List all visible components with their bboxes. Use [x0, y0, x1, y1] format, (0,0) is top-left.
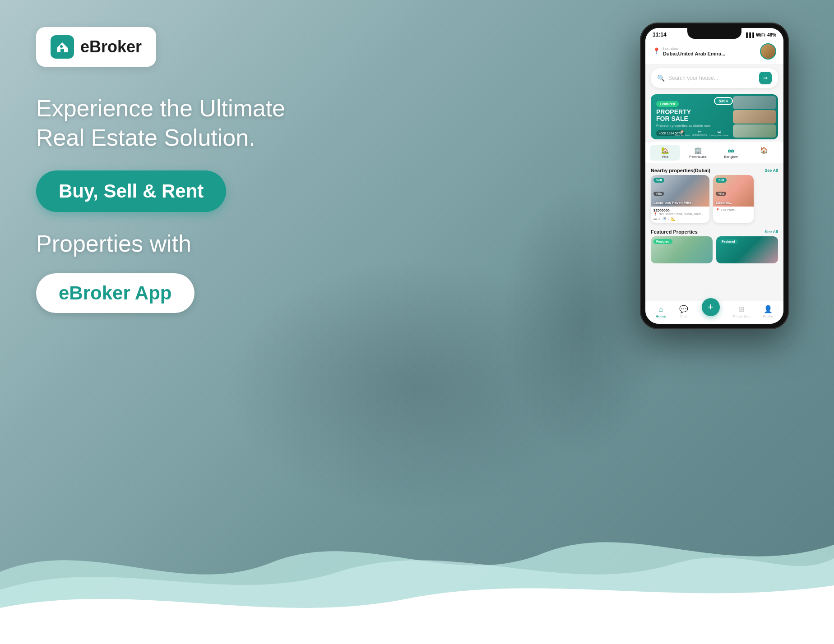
category-more[interactable]: 🏠	[749, 145, 779, 161]
left-content-area: eBroker Experience the Ultimate Real Est…	[36, 27, 316, 313]
add-icon: +	[708, 301, 714, 313]
banner-img-1	[733, 96, 776, 109]
bath-icon-1: 🚿 2	[662, 217, 670, 221]
featured-cards-list: Featured Featured	[645, 236, 783, 263]
home-nav-icon: ⌂	[658, 305, 663, 313]
banner-featured-badge: Featured	[656, 101, 679, 107]
sell-badge-1: Sell	[653, 178, 664, 183]
signal-icon: ▐▐▐	[745, 32, 754, 37]
prop-type-1: Villa	[653, 192, 664, 196]
banglow-label: Banglow	[724, 155, 738, 159]
property-cards-list: Sell Villa Luxurious Haven Villa $250000…	[645, 175, 783, 226]
nav-home[interactable]: ⌂ Home	[656, 305, 666, 318]
phone-frame: 11:14 ▐▐▐ WiFi 46% 📍 Location Dubai,Unit…	[640, 23, 789, 329]
location-value: Dubai,United Arab Emira...	[663, 51, 725, 56]
featured-card-1[interactable]: Featured	[651, 236, 713, 263]
app-scrollable-content: Featured $35K PROPERTY FOR SALE Premium …	[645, 92, 783, 324]
svg-point-1	[60, 45, 63, 48]
phone-screen: 11:14 ▐▐▐ WiFi 46% 📍 Location Dubai,Unit…	[645, 28, 783, 324]
prop-address-2: 📍 123 Palm...	[716, 208, 751, 212]
nav-properties[interactable]: ⊞ Properties	[733, 305, 749, 318]
ebroker-app-button[interactable]: eBroker App	[36, 273, 195, 313]
buy-sell-rent-button[interactable]: Buy, Sell & Rent	[36, 170, 226, 212]
filter-icon: ⇒	[763, 75, 768, 81]
prop-address-1: 📍 789 Beach Road, Dubai, Unite...	[653, 212, 707, 216]
property-card-2-image: Sell Villa Luxurio...	[713, 175, 754, 207]
banner-img-3	[733, 124, 776, 138]
prop-name-1: Luxurious Haven Villa	[653, 201, 707, 205]
nav-add-button[interactable]: +	[702, 298, 720, 316]
profile-nav-label: Profile	[763, 314, 773, 318]
prop-name-2: Luxurio...	[716, 201, 751, 205]
prop-type-2: Villa	[716, 192, 726, 196]
category-villa[interactable]: 🏡 Villa	[650, 145, 680, 161]
battery-icon: 46%	[767, 32, 776, 37]
prop-amenities-1: 🛏 3 🚿 2 📐	[653, 217, 707, 221]
logo-container: eBroker	[36, 27, 156, 67]
profile-nav-icon: 👤	[764, 305, 773, 313]
location-label: Location	[663, 46, 725, 51]
prop-price-1: $2500000	[653, 208, 670, 212]
property-card-1[interactable]: Sell Villa Luxurious Haven Villa $250000…	[651, 175, 709, 223]
banner-price-badge: $35K	[714, 97, 733, 105]
featured-section-header: Featured Properties See All	[645, 226, 783, 236]
property-card-2[interactable]: Sell Villa Luxurio... 📍 123 Palm...	[713, 175, 754, 223]
location-block: 📍 Location Dubai,United Arab Emira...	[653, 46, 725, 56]
properties-nav-label: Properties	[733, 314, 749, 318]
status-time: 11:14	[653, 32, 667, 38]
home-nav-label: Home	[656, 314, 666, 318]
property-card-1-body: $2500000 📍 789 Beach Road, Dubai, Unite.…	[651, 207, 709, 223]
bottom-navigation: ⌂ Home 💬 Chat + ⊞ Properties 👤 Profile	[645, 301, 783, 324]
logo-text: eBroker	[80, 37, 142, 56]
property-card-2-body: 📍 123 Palm...	[713, 207, 754, 214]
banner-feature-2: 🛏 3 Bedrooms	[692, 130, 707, 137]
villa-icon: 🏡	[661, 147, 669, 154]
chat-nav-icon: 💬	[679, 305, 688, 313]
banner-features: 🏠 Free kitchen 🛏 3 Bedrooms 🛁 Luxury fur…	[675, 130, 728, 137]
featured-see-all[interactable]: See All	[764, 230, 778, 234]
nav-chat[interactable]: 💬 Chat	[679, 305, 688, 318]
banner-images	[733, 94, 778, 139]
chat-nav-label: Chat	[680, 314, 687, 318]
phone-mockup-container: 11:14 ▐▐▐ WiFi 46% 📍 Location Dubai,Unit…	[640, 23, 789, 329]
wave-decoration	[0, 518, 834, 644]
location-pin-icon: 📍	[653, 47, 660, 55]
search-left: 🔍 Search your house...	[657, 74, 718, 82]
category-tabs: 🏡 Villa 🏢 Penthouse 🏘 Banglow 🏠	[645, 142, 783, 163]
featured-badge-1: Featured	[653, 239, 672, 244]
featured-badge-2: Featured	[719, 239, 738, 244]
banglow-icon: 🏘	[728, 147, 734, 154]
wifi-icon: WiFi	[756, 32, 765, 37]
properties-nav-icon: ⊞	[738, 305, 744, 313]
hero-tagline: Experience the Ultimate Real Estate Solu…	[36, 94, 316, 152]
penthouse-label: Penthouse	[689, 155, 706, 159]
phone-notch	[687, 28, 741, 39]
featured-card-2[interactable]: Featured	[716, 236, 778, 263]
sell-badge-2: Sell	[716, 178, 727, 183]
search-bar[interactable]: 🔍 Search your house... ⇒	[651, 68, 778, 88]
penthouse-icon: 🏢	[694, 147, 702, 154]
search-placeholder-text: Search your house...	[668, 75, 718, 81]
area-icon-1: 📐	[671, 217, 676, 221]
more-category-icon: 🏠	[760, 147, 768, 154]
featured-section-title: Featured Properties	[651, 229, 698, 235]
app-header: 📍 Location Dubai,United Arab Emira...	[645, 40, 783, 64]
user-avatar[interactable]	[760, 43, 776, 60]
nav-profile[interactable]: 👤 Profile	[763, 305, 773, 318]
filter-button[interactable]: ⇒	[759, 72, 772, 84]
nearby-see-all[interactable]: See All	[764, 168, 778, 173]
banner-feature-3: 🛁 Luxury furniture	[709, 130, 728, 137]
nearby-section-title: Nearby properties(Dubai)	[651, 168, 710, 173]
category-banglow[interactable]: 🏘 Banglow	[716, 145, 746, 161]
search-icon: 🔍	[657, 74, 665, 82]
logo-icon	[51, 35, 74, 59]
category-penthouse[interactable]: 🏢 Penthouse	[683, 145, 713, 161]
status-icons: ▐▐▐ WiFi 46%	[745, 32, 776, 37]
bed-icon-1: 🛏 3	[653, 217, 660, 221]
nearby-section-header: Nearby properties(Dubai) See All	[645, 165, 783, 175]
villa-label: Villa	[662, 155, 668, 159]
properties-with-text: Properties with	[36, 230, 316, 257]
banner-feature-1: 🏠 Free kitchen	[675, 130, 690, 137]
featured-banner: Featured $35K PROPERTY FOR SALE Premium …	[651, 94, 778, 139]
banner-img-2	[733, 110, 776, 123]
